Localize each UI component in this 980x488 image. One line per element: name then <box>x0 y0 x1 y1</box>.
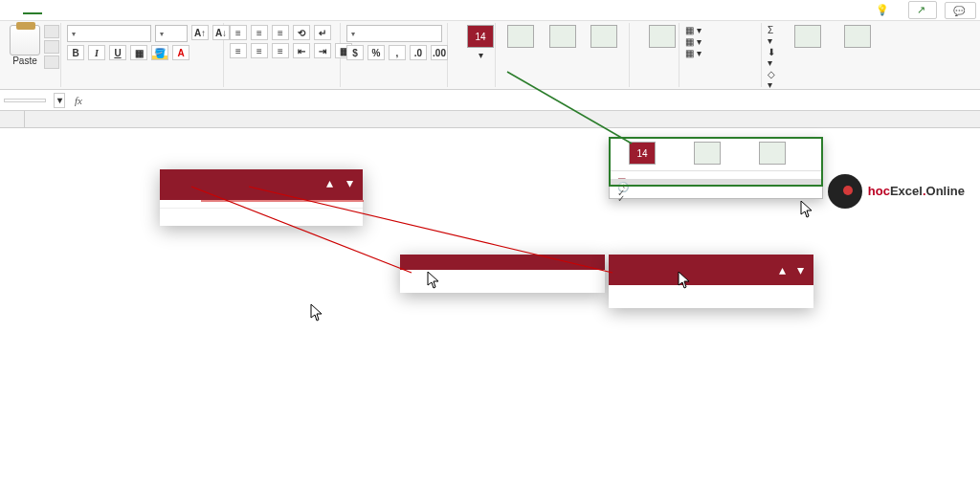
cal-prev-icon[interactable]: ▴ <box>326 175 333 190</box>
cell-styles-button[interactable] <box>585 25 623 50</box>
calendar-icon: 14 <box>467 25 494 48</box>
bold-button[interactable]: B <box>67 45 84 60</box>
select-all-corner[interactable] <box>0 111 25 127</box>
ribbon-tabs: 💡 <box>0 0 980 21</box>
format-painter-icon[interactable] <box>44 55 59 69</box>
panel-cond-fmt-button[interactable] <box>679 142 736 166</box>
wrap-text-icon[interactable]: ↵ <box>314 25 331 40</box>
month-picker <box>400 255 605 293</box>
copy-icon[interactable] <box>44 40 59 54</box>
insert-cells-button[interactable]: ▦ ▾ <box>685 25 702 35</box>
formula-bar: ▾ fx <box>0 90 980 111</box>
dec-decimal-icon[interactable]: .00 <box>431 45 448 60</box>
cell-styles-icon <box>590 25 617 48</box>
currency-icon[interactable]: $ <box>346 45 364 60</box>
cal-next-icon[interactable]: ▾ <box>346 175 353 190</box>
tab-pagelayout[interactable] <box>61 8 80 13</box>
share-button[interactable] <box>908 1 937 19</box>
increase-font-icon[interactable]: A↑ <box>191 25 209 40</box>
underline-button[interactable]: U <box>109 45 126 60</box>
align-top-icon[interactable]: ≡ <box>230 25 247 40</box>
panel-date-picker-button[interactable]: 14 <box>613 142 671 166</box>
table-icon <box>759 142 786 165</box>
cond-fmt-icon <box>507 25 534 48</box>
logo: hocExcel.Online <box>828 174 965 209</box>
number-format-combo[interactable] <box>346 25 442 42</box>
font-color-icon[interactable]: A <box>172 45 189 60</box>
name-box[interactable] <box>4 99 46 102</box>
tab-formulas[interactable] <box>80 8 100 13</box>
cursor-icon <box>800 201 813 218</box>
fill-button[interactable]: ⬇ ▾ <box>768 47 781 68</box>
inc-decimal-icon[interactable]: .0 <box>410 45 427 60</box>
ribbon: Paste A↑ A↓ B I U ▦ 🪣 A <box>0 21 980 90</box>
fill-color-icon[interactable]: 🪣 <box>151 45 168 60</box>
cursor-icon <box>310 304 323 322</box>
namebox-dropdown-icon[interactable]: ▾ <box>54 93 65 108</box>
font-name-combo[interactable] <box>67 25 151 42</box>
align-right-icon[interactable]: ≡ <box>272 43 289 58</box>
cut-icon[interactable] <box>44 25 59 38</box>
yp-prev-icon[interactable]: ▴ <box>779 262 786 277</box>
logo-icon <box>828 174 862 209</box>
comments-button[interactable] <box>945 2 976 19</box>
font-size-combo[interactable] <box>155 25 188 42</box>
align-center-icon[interactable]: ≡ <box>251 43 268 58</box>
logo-brand: hocExcel.Online <box>868 185 965 198</box>
align-left-icon[interactable]: ≡ <box>230 43 247 58</box>
date-picker-panel: 14 <box>609 137 823 199</box>
panel-item-grid[interactable] <box>610 190 822 196</box>
indent-dec-icon[interactable]: ⇤ <box>293 43 310 58</box>
border-icon[interactable]: ▦ <box>130 45 147 60</box>
table-icon <box>549 25 576 48</box>
italic-button[interactable]: I <box>88 45 105 60</box>
format-as-table-button[interactable] <box>544 25 582 50</box>
panel-fmt-table-button[interactable] <box>744 142 801 166</box>
align-mid-icon[interactable]: ≡ <box>251 25 268 40</box>
comma-icon[interactable]: , <box>389 45 406 60</box>
sort-filter-button[interactable] <box>785 25 831 50</box>
align-bot-icon[interactable]: ≡ <box>272 25 289 40</box>
date-picker-calendar: ▴ ▾ <box>160 169 363 226</box>
format-cells-button[interactable]: ▦ ▾ <box>685 48 702 58</box>
tab-file[interactable] <box>4 8 23 13</box>
calendar-icon: 14 <box>629 142 656 165</box>
yp-next-icon[interactable]: ▾ <box>797 262 804 277</box>
sort-filter-icon <box>794 25 821 48</box>
delete-cells-button[interactable]: ▦ ▾ <box>685 36 702 47</box>
orientation-icon[interactable]: ⟲ <box>293 25 310 40</box>
tell-me[interactable]: 💡 <box>876 4 889 16</box>
tab-home[interactable] <box>23 7 42 14</box>
conditional-formatting-button[interactable] <box>501 25 540 50</box>
tab-insert[interactable] <box>42 8 61 13</box>
column-headers <box>0 111 980 128</box>
paste-icon[interactable] <box>10 25 40 55</box>
year-picker: ▴ ▾ <box>609 255 813 308</box>
indent-inc-icon[interactable]: ⇥ <box>314 43 331 58</box>
find-select-button[interactable] <box>835 25 880 50</box>
fx-icon[interactable]: fx <box>75 95 82 106</box>
tab-data[interactable] <box>100 8 119 13</box>
clear-button[interactable]: ◇ ▾ <box>768 69 781 90</box>
find-icon <box>844 25 871 48</box>
autosum-button[interactable]: Σ ▾ <box>768 25 781 46</box>
percent-icon[interactable]: % <box>368 45 385 60</box>
formula-input[interactable] <box>88 100 980 101</box>
cond-fmt-icon <box>694 142 721 165</box>
tab-review[interactable] <box>119 8 138 13</box>
tab-view[interactable] <box>138 8 157 13</box>
remove-styles-icon <box>649 25 676 48</box>
